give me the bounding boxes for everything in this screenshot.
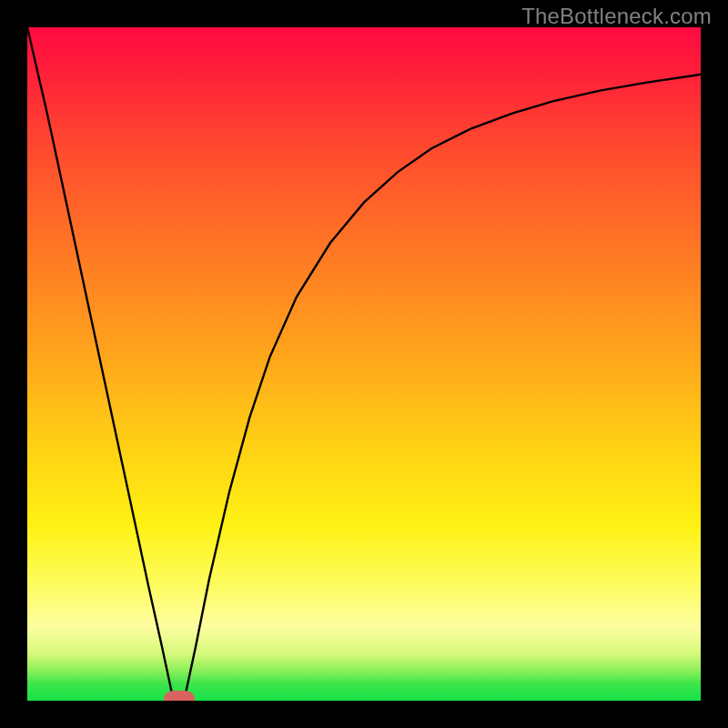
optimum-marker [164,691,195,701]
left-branch-line [27,27,172,694]
watermark-text: TheBottleneck.com [521,4,712,29]
bottleneck-curve [27,27,701,701]
right-branch-line [186,75,701,694]
chart-frame: TheBottleneck.com [0,0,728,728]
plot-area [27,27,701,701]
